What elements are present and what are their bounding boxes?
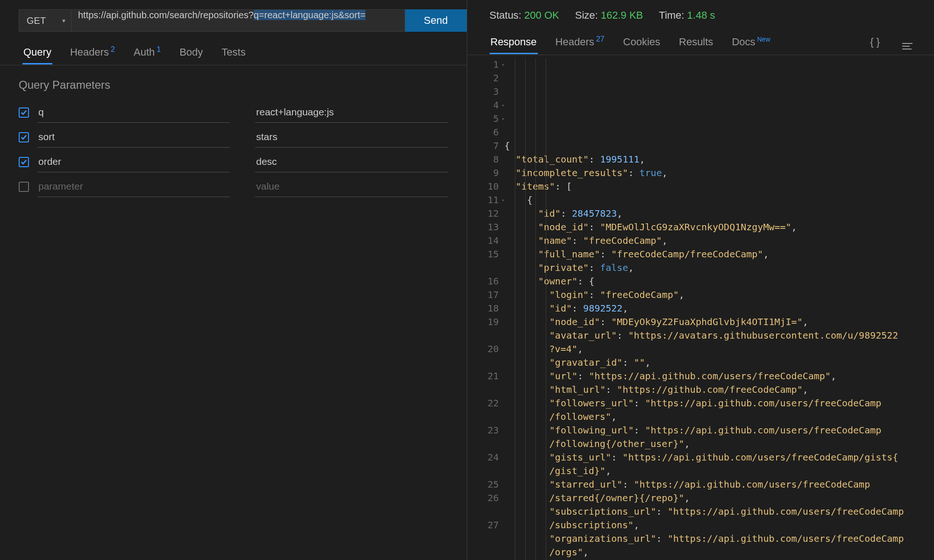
tab-query[interactable]: Query: [22, 41, 52, 64]
tab-headers[interactable]: Headers2: [69, 40, 116, 64]
param-checkbox[interactable]: [19, 107, 29, 118]
tab-auth[interactable]: Auth1: [133, 40, 162, 64]
param-value-input[interactable]: [255, 151, 448, 172]
tab-body[interactable]: Body: [178, 41, 204, 64]
query-section-title: Query Parameters: [0, 65, 467, 100]
tab-headers[interactable]: Headers27: [555, 29, 606, 54]
chevron-down-icon: ▾: [62, 17, 65, 24]
param-checkbox[interactable]: [19, 132, 29, 142]
param-value-input[interactable]: [255, 176, 448, 197]
param-row: [0, 174, 467, 199]
param-checkbox[interactable]: [19, 182, 29, 192]
status-value: 200 OK: [524, 9, 559, 21]
param-row: [0, 100, 467, 125]
query-params-list: [0, 100, 467, 199]
param-key-input[interactable]: [37, 151, 230, 172]
param-value-input[interactable]: [255, 127, 448, 148]
http-method-value: GET: [27, 15, 46, 26]
time-value: 1.48 s: [687, 9, 715, 21]
param-key-input[interactable]: [37, 102, 230, 123]
request-tabs: QueryHeaders2Auth1BodyTests: [0, 39, 467, 65]
tab-docs[interactable]: DocsNew: [731, 30, 771, 54]
response-tabs: ResponseHeaders27CookiesResultsDocsNew{ …: [467, 29, 934, 55]
toggle-lines-icon[interactable]: [899, 32, 915, 52]
url-input[interactable]: https://api.github.com/search/repositori…: [71, 9, 405, 32]
response-body[interactable]: 1▾234▾5▾67891011▾12131415161718192021222…: [467, 55, 934, 560]
param-checkbox[interactable]: [19, 157, 29, 167]
tab-cookies[interactable]: Cookies: [622, 30, 661, 54]
tab-results[interactable]: Results: [678, 30, 714, 54]
status-row: Status: 200 OK Size: 162.9 KB Time: 1.48…: [467, 0, 934, 21]
param-key-input[interactable]: [37, 176, 230, 197]
size-value: 162.9 KB: [601, 9, 643, 21]
http-method-select[interactable]: GET ▾: [19, 9, 71, 32]
param-key-input[interactable]: [37, 127, 230, 148]
send-button[interactable]: Send: [405, 9, 466, 32]
braces-icon[interactable]: { }: [867, 33, 883, 51]
param-row: [0, 149, 467, 174]
param-value-input[interactable]: [255, 102, 448, 123]
tab-tests[interactable]: Tests: [221, 41, 246, 64]
tab-response[interactable]: Response: [490, 30, 538, 54]
param-row: [0, 125, 467, 149]
